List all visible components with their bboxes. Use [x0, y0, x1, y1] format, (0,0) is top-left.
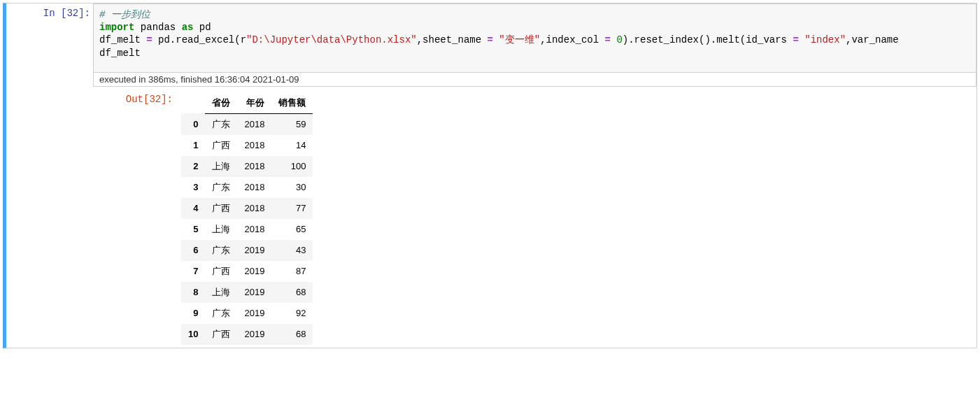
- col-header: 销售额: [271, 92, 313, 114]
- col-header: 省份: [205, 92, 237, 114]
- cell: 68: [271, 282, 313, 303]
- index-header: [181, 92, 205, 114]
- cell: 广西: [205, 198, 237, 219]
- cell: 59: [271, 113, 313, 135]
- cell: 2018: [237, 135, 271, 156]
- cell: 2018: [237, 198, 271, 219]
- table-header-row: 省份 年份 销售额: [181, 92, 313, 114]
- cell: 87: [271, 261, 313, 282]
- table-row: 4广西201877: [181, 198, 313, 219]
- cell: 2018: [237, 177, 271, 198]
- cell: 43: [271, 240, 313, 261]
- cell: 上海: [205, 282, 237, 303]
- row-index: 10: [181, 324, 205, 345]
- cell: 2018: [237, 113, 271, 135]
- row-index: 7: [181, 261, 205, 282]
- table-row: 8上海201968: [181, 282, 313, 303]
- output-prompt-column: Out[32]:: [93, 90, 176, 348]
- cell: 77: [271, 198, 313, 219]
- cell: 上海: [205, 219, 237, 240]
- row-index: 2: [181, 156, 205, 177]
- cell: 广西: [205, 261, 237, 282]
- input-prompt: In [32]:: [43, 8, 90, 19]
- col-header: 年份: [237, 92, 271, 114]
- code-editor[interactable]: # 一步到位 import pandas as pd df_melt = pd.…: [93, 3, 977, 73]
- row-index: 5: [181, 219, 205, 240]
- cell: 2019: [237, 240, 271, 261]
- table-row: 7广西201987: [181, 261, 313, 282]
- cell: 广西: [205, 324, 237, 345]
- output-prompt: Out[32]:: [126, 94, 173, 105]
- row-index: 0: [181, 113, 205, 135]
- code-comment: # 一步到位: [99, 9, 150, 20]
- cell: 广东: [205, 113, 237, 135]
- row-index: 8: [181, 282, 205, 303]
- cell: 14: [271, 135, 313, 156]
- cell: 广东: [205, 177, 237, 198]
- cell: 2018: [237, 219, 271, 240]
- table-row: 1广西201814: [181, 135, 313, 156]
- table-row: 2上海2018100: [181, 156, 313, 177]
- row-index: 3: [181, 177, 205, 198]
- cell: 2019: [237, 282, 271, 303]
- table-row: 3广东201830: [181, 177, 313, 198]
- cell: 92: [271, 303, 313, 324]
- input-prompt-column: In [32]:: [6, 3, 93, 348]
- output-scroll[interactable]: 省份 年份 销售额 0广东2018591广西2018142上海20181003广…: [176, 90, 977, 348]
- cell-content: # 一步到位 import pandas as pd df_melt = pd.…: [93, 3, 977, 348]
- row-index: 9: [181, 303, 205, 324]
- row-index: 1: [181, 135, 205, 156]
- cell: 100: [271, 156, 313, 177]
- cell: 广东: [205, 303, 237, 324]
- execution-status: executed in 386ms, finished 16:36:04 202…: [93, 73, 977, 87]
- table-row: 10广西201968: [181, 324, 313, 345]
- cell: 2018: [237, 156, 271, 177]
- horizontal-scrollbar[interactable]: [99, 61, 970, 72]
- dataframe-table: 省份 年份 销售额 0广东2018591广西2018142上海20181003广…: [181, 92, 313, 345]
- cell: 30: [271, 177, 313, 198]
- cell: 68: [271, 324, 313, 345]
- cell: 2019: [237, 324, 271, 345]
- cell: 2019: [237, 261, 271, 282]
- output-area: Out[32]: 省份 年份 销售额 0广东2018591广西2018142上海…: [93, 87, 977, 348]
- table-row: 5上海201865: [181, 219, 313, 240]
- cell: 65: [271, 219, 313, 240]
- table-row: 6广东201943: [181, 240, 313, 261]
- row-index: 6: [181, 240, 205, 261]
- cell: 广东: [205, 240, 237, 261]
- table-row: 9广东201992: [181, 303, 313, 324]
- code-kw-import: import: [99, 22, 134, 33]
- cell: 2019: [237, 303, 271, 324]
- cell: 广西: [205, 135, 237, 156]
- notebook-cell: In [32]: # 一步到位 import pandas as pd df_m…: [3, 3, 977, 348]
- table-row: 0广东201859: [181, 113, 313, 135]
- row-index: 4: [181, 198, 205, 219]
- cell: 上海: [205, 156, 237, 177]
